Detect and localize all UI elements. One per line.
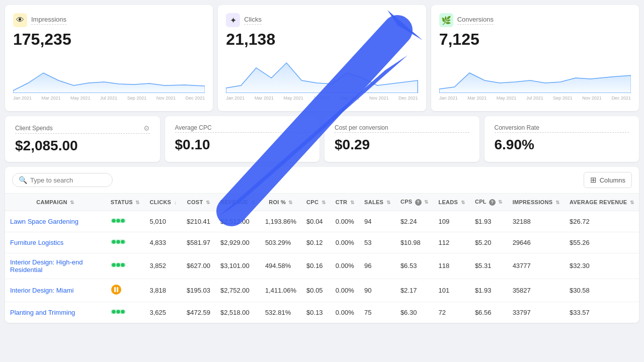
gear-icon: ⚙ xyxy=(143,124,150,132)
sort-icon-revenue[interactable]: ⇅ xyxy=(251,200,255,205)
sort-icon-campaign[interactable]: ⇅ xyxy=(70,200,74,205)
cost-cell: $195.03 xyxy=(182,279,215,302)
search-box[interactable]: 🔍 xyxy=(12,173,113,187)
roi-cell: 1,411.06% xyxy=(260,279,301,302)
cpc-cell: $0.04 xyxy=(301,211,331,232)
clicks-chart: Jan 2021Mar 2021May 2021Jul 2021Sep 2021… xyxy=(226,53,418,103)
sort-icon-status[interactable]: ⇅ xyxy=(135,200,139,205)
conversion-rate-value: 6.90% xyxy=(495,137,629,153)
revenue-cell: $2,929.00 xyxy=(215,232,260,253)
svg-point-21 xyxy=(121,310,125,314)
conversion-rate-card: Conversion Rate 6.90% xyxy=(485,116,639,162)
client-spends-card: Client Spends ⚙ $2,085.00 xyxy=(5,116,160,162)
svg-point-15 xyxy=(111,285,121,295)
svg-point-19 xyxy=(112,310,116,314)
search-icon: 🔍 xyxy=(19,176,27,184)
th-cps: CPS ? ⇅ xyxy=(395,194,434,211)
svg-marker-1 xyxy=(226,63,418,93)
th-revenue: REVENUE ⇅ xyxy=(215,194,260,211)
sort-icon-clicks[interactable]: ↓ xyxy=(174,200,177,205)
svg-point-20 xyxy=(116,310,120,314)
leads-cell: 112 xyxy=(433,232,469,253)
campaign-link[interactable]: Interior Design: Miami xyxy=(10,287,73,294)
status-active-icon xyxy=(111,260,126,269)
table-row: Planting and Trimming 3,625 $472.59 $2,5… xyxy=(5,302,639,323)
clicks-card: ✦ Clicks 21,138 xyxy=(218,5,426,111)
svg-point-14 xyxy=(121,263,125,267)
clicks-cell: 5,010 xyxy=(145,211,182,232)
avg-revenue-cell: $55.26 xyxy=(565,232,639,253)
columns-grid-icon: ⊞ xyxy=(590,175,597,185)
roi-cell: 532.81% xyxy=(260,302,301,323)
search-input[interactable] xyxy=(30,176,106,184)
cps-cell: $6.53 xyxy=(395,253,434,279)
cost-cell: $581.97 xyxy=(182,232,215,253)
columns-button-label: Columns xyxy=(600,176,625,184)
clicks-value: 21,138 xyxy=(226,30,418,49)
th-cost: COST ⇅ xyxy=(182,194,215,211)
svg-point-8 xyxy=(112,240,116,244)
conversions-card: 🌿 Conversions 7,125 xyxy=(431,5,639,111)
clicks-icon: ✦ xyxy=(226,13,240,27)
avg-revenue-cell: $33.57 xyxy=(565,302,639,323)
sort-icon-avg-revenue[interactable]: ⇅ xyxy=(630,200,634,205)
conversions-title: Conversions xyxy=(457,16,494,25)
sort-icon-cpl[interactable]: ⇅ xyxy=(498,199,502,205)
clicks-cell: 3,818 xyxy=(145,279,182,302)
campaign-link[interactable]: Planting and Trimming xyxy=(10,309,75,316)
leads-cell: 118 xyxy=(433,253,469,279)
clicks-cell: 3,625 xyxy=(145,302,182,323)
sort-icon-leads[interactable]: ⇅ xyxy=(461,200,465,205)
campaign-link[interactable]: Furniture Logistics xyxy=(10,239,63,246)
sort-icon-cost[interactable]: ⇅ xyxy=(206,200,210,205)
th-sales: SALES ⇅ xyxy=(359,194,395,211)
sort-icon-cps[interactable]: ⇅ xyxy=(424,199,428,205)
sort-icon-sales[interactable]: ⇅ xyxy=(386,200,390,205)
status-cell xyxy=(106,279,145,302)
client-spends-value: $2,085.00 xyxy=(15,138,150,154)
cost-cell: $472.59 xyxy=(182,302,215,323)
impressions-cell: 29646 xyxy=(508,232,565,253)
cpl-cell: $1.93 xyxy=(470,211,508,232)
conversions-header: 🌿 Conversions xyxy=(439,13,631,27)
ctr-cell: 0.00% xyxy=(331,253,359,279)
conversions-chart: Jan 2021Mar 2021May 2021Jul 2021Sep 2021… xyxy=(439,53,631,103)
table-row: Furniture Logistics 4,833 $581.97 $2,929… xyxy=(5,232,639,253)
svg-marker-2 xyxy=(439,73,631,93)
ctr-cell: 0.00% xyxy=(331,279,359,302)
svg-point-6 xyxy=(121,219,125,223)
revenue-cell: $3,101.00 xyxy=(215,253,260,279)
svg-rect-17 xyxy=(117,287,118,292)
conversions-icon: 🌿 xyxy=(439,13,453,27)
campaign-cell: Interior Design: High-end Residential xyxy=(5,253,106,279)
cpl-cell: $6.56 xyxy=(470,302,508,323)
ctr-cell: 0.00% xyxy=(331,232,359,253)
campaign-link[interactable]: Interior Design: High-end Residential xyxy=(10,258,83,274)
campaign-link[interactable]: Lawn Space Gardening xyxy=(10,218,78,225)
cpl-cell: $5.20 xyxy=(470,232,508,253)
sort-icon-impressions[interactable]: ⇅ xyxy=(555,200,559,205)
sort-icon-cpc[interactable]: ⇅ xyxy=(321,200,326,205)
th-cpl: CPL ? ⇅ xyxy=(470,194,508,211)
impressions-card: 👁 Impressions 175,235 xyxy=(5,5,213,111)
leads-cell: 109 xyxy=(433,211,469,232)
clicks-chart-labels: Jan 2021Mar 2021May 2021Jul 2021Sep 2021… xyxy=(226,96,418,101)
table-row: Lawn Space Gardening 5,010 $210.41 $2,51… xyxy=(5,211,639,232)
impressions-value: 175,235 xyxy=(13,30,205,49)
leads-cell: 72 xyxy=(433,302,469,323)
cps-info-icon: ? xyxy=(415,199,422,206)
status-cell xyxy=(106,253,145,279)
svg-marker-0 xyxy=(13,73,205,93)
status-cell xyxy=(106,232,145,253)
columns-button[interactable]: ⊞ Columns xyxy=(584,172,632,188)
conversions-chart-labels: Jan 2021Mar 2021May 2021Jul 2021Sep 2021… xyxy=(439,96,631,101)
clicks-header: ✦ Clicks xyxy=(226,13,418,27)
sort-icon-roi[interactable]: ⇅ xyxy=(288,200,292,205)
th-ctr: CTR ⇅ xyxy=(331,194,359,211)
cps-cell: $2.17 xyxy=(395,279,434,302)
campaigns-table: CAMPAIGN ⇅ STATUS ⇅ CLICKS ↓ COST ⇅ REVE… xyxy=(5,194,639,323)
sort-icon-ctr[interactable]: ⇅ xyxy=(350,200,354,205)
impressions-cell: 35827 xyxy=(508,279,565,302)
impressions-title: Impressions xyxy=(31,16,66,25)
status-active-icon xyxy=(111,216,126,225)
